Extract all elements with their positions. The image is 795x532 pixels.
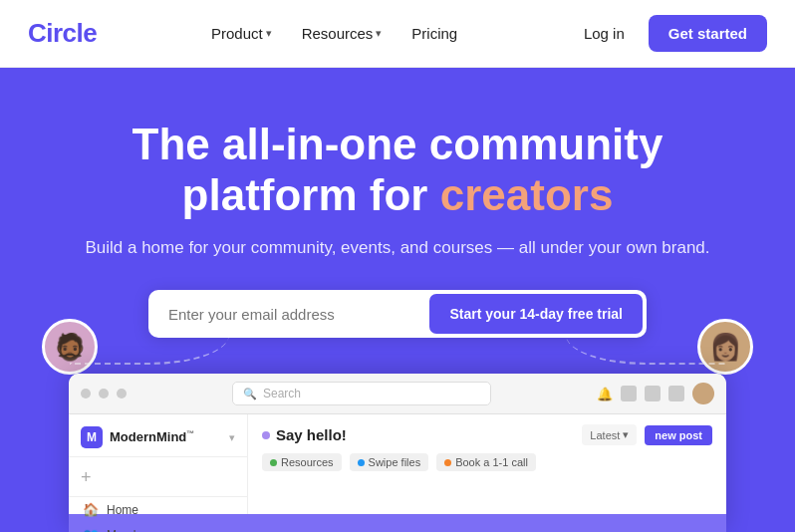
preview-user-avatar (692, 383, 714, 404)
say-hello-dot (262, 431, 270, 439)
window-dot-1 (81, 389, 91, 399)
chevron-icon: ▾ (623, 428, 629, 441)
content-actions: Latest ▾ new post (582, 424, 712, 445)
preview-topbar: 🔍 Search 🔔 (69, 374, 726, 414)
hero-title-highlight: creators (440, 170, 614, 219)
nav-product[interactable]: Product ▾ (199, 19, 284, 48)
hero-title: The all-in-one community platform for cr… (40, 120, 755, 220)
dashed-line-left (70, 305, 229, 365)
sidebar-logo: M (81, 426, 103, 448)
latest-button[interactable]: Latest ▾ (582, 424, 637, 445)
preview-sidebar: M ModernMind™ ▾ + 🏠 Home 👥 Member (69, 414, 248, 514)
hero-title-line2: platform for (182, 170, 440, 219)
preview-body: M ModernMind™ ▾ + 🏠 Home 👥 Member (69, 414, 726, 514)
sidebar-item-members[interactable]: 👥 Members (69, 522, 247, 532)
tag-dot-resources (270, 459, 277, 466)
get-started-button[interactable]: Get started (649, 15, 767, 52)
chevron-down-icon: ▾ (266, 27, 272, 40)
login-button[interactable]: Log in (572, 17, 637, 50)
sidebar-community-name: ModernMind™ (110, 429, 194, 444)
preview-icon-1 (621, 386, 637, 401)
tag-list: Resources Swipe files Book a 1-1 call (262, 453, 712, 471)
nav-product-label: Product (211, 25, 263, 42)
tag-dot-swipe-files (358, 459, 365, 466)
preview-search[interactable]: 🔍 Search (232, 382, 491, 405)
nav-pricing[interactable]: Pricing (399, 19, 469, 48)
content-header: Say hello! Latest ▾ new post (262, 424, 712, 445)
say-hello-text: Say hello! (276, 426, 347, 443)
sidebar-chevron-icon: ▾ (229, 431, 235, 444)
nav-actions: Log in Get started (572, 15, 767, 52)
hero-subtitle: Build a home for your community, events,… (40, 238, 755, 258)
tag-swipe-files[interactable]: Swipe files (350, 453, 429, 471)
window-dot-3 (117, 389, 127, 399)
logo[interactable]: Circle (28, 18, 97, 49)
home-icon: 🏠 (83, 502, 99, 517)
add-icon[interactable]: + (81, 467, 92, 488)
tag-dot-book-call (444, 459, 451, 466)
sidebar-item-home[interactable]: 🏠 Home (69, 497, 247, 522)
sidebar-item-members-label: Members (107, 528, 156, 533)
preview-icon-2 (645, 386, 661, 401)
preview-icon-3 (668, 386, 684, 401)
say-hello-heading: Say hello! (262, 426, 347, 443)
nav-links: Product ▾ Resources ▾ Pricing (199, 19, 469, 48)
sidebar-item-home-label: Home (107, 503, 138, 517)
preview-main-content: Say hello! Latest ▾ new post Resources (248, 414, 726, 514)
search-placeholder: Search (263, 387, 301, 400)
window-dot-2 (99, 389, 109, 399)
navbar: Circle Product ▾ Resources ▾ Pricing Log… (0, 0, 795, 68)
hero-section: The all-in-one community platform for cr… (0, 68, 795, 532)
bell-icon: 🔔 (597, 387, 613, 401)
new-post-button[interactable]: new post (645, 425, 712, 445)
nav-resources-label: Resources (302, 25, 374, 42)
trademark-symbol: ™ (186, 429, 194, 438)
nav-pricing-label: Pricing (411, 25, 457, 42)
tag-book-call[interactable]: Book a 1-1 call (436, 453, 536, 471)
members-icon: 👥 (83, 527, 99, 532)
sidebar-header: M ModernMind™ ▾ (69, 422, 247, 457)
app-preview: 🔍 Search 🔔 M ModernMind™ (69, 374, 726, 532)
nav-resources[interactable]: Resources ▾ (290, 19, 395, 48)
hero-title-line1: The all-in-one community (132, 120, 663, 168)
chevron-down-icon: ▾ (376, 27, 382, 40)
preview-icons-right: 🔔 (597, 383, 714, 404)
dashed-line-right (566, 305, 725, 365)
tag-resources[interactable]: Resources (262, 453, 342, 471)
search-icon: 🔍 (243, 388, 257, 400)
